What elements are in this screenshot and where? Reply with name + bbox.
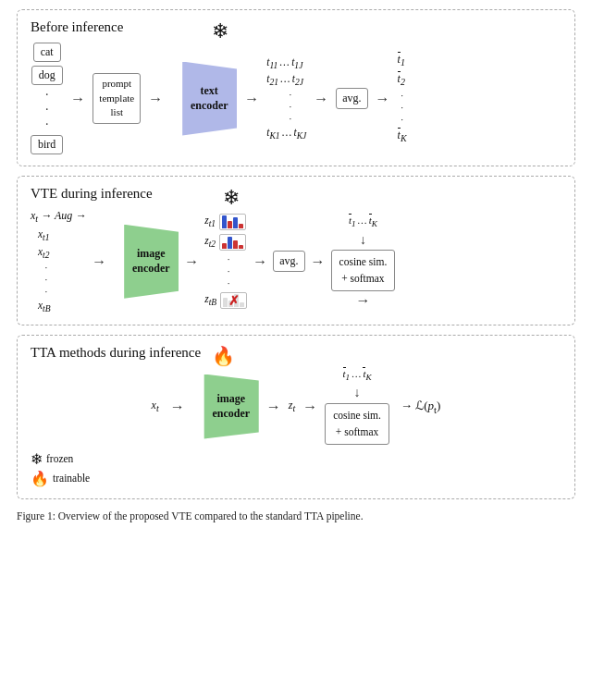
xt2-label: xt2 [38, 246, 51, 260]
bar1d [239, 224, 243, 228]
tbar-context-s3: t1 … tK [343, 368, 372, 382]
frozen-icon-s2: ❄ [223, 186, 240, 210]
dots3: ··· [398, 91, 407, 125]
token-row-2: t21 … t2J [266, 73, 306, 87]
bar2c [233, 240, 238, 249]
frozen-icon-s1: ❄ [212, 19, 228, 43]
legend-fire-icon: 🔥 [31, 470, 49, 487]
class-labels: cat dog ··· bird [31, 43, 63, 154]
prompt-line1: prompt [99, 77, 134, 91]
section1-box: Before inference ❄ cat dog ··· bird → pr… [17, 9, 575, 166]
cosine-box-vte: cosine sim.+ softmax [331, 250, 396, 291]
z-item-b: ztB ✗ [204, 292, 247, 309]
dots5: ··· [210, 254, 247, 289]
result-t1: t1 [398, 53, 407, 68]
bar1b [228, 221, 232, 228]
arrow5: → [376, 92, 390, 106]
aug-col: xt → Aug → xt1 xt2 ··· xtB [31, 209, 86, 313]
z-item-1: zt1 [204, 214, 247, 230]
bar2d [239, 245, 243, 249]
text-encoder: textencoder [170, 62, 237, 136]
cosine-box-tta: cosine sim.+ softmax [325, 403, 389, 445]
cosine-col-vte: t1 … tK ↓ cosine sim.+ softmax → [331, 215, 396, 307]
xt-aug-label: xt → Aug → [31, 209, 86, 224]
bar1a [222, 215, 227, 228]
figure-caption: Figure 1: Overview of the proposed VTE c… [17, 509, 575, 523]
section2-box: VTE during inference ❄ xt → Aug → xt1 xt… [17, 176, 575, 325]
xt-label-s3: xt [152, 399, 159, 413]
image-encoder-vte-label: imageencoder [132, 247, 170, 276]
tokens-col: t11 … t1J t21 … t2J ··· tK1 … tKJ [266, 56, 306, 141]
result-tk: tK [398, 129, 407, 143]
ztB-label: ztB [204, 293, 216, 307]
arrow6: → [92, 254, 106, 269]
legend-trainable: 🔥 trainable [31, 470, 561, 487]
fire-icon-s3: 🔥 [212, 345, 235, 367]
z-item-2: zt2 [204, 234, 247, 251]
sec1-diagram: cat dog ··· bird → prompt template list … [31, 43, 561, 154]
bar2a [222, 243, 227, 249]
x-mark: ✗ [221, 293, 246, 308]
legend-frozen-label: frozen [46, 453, 73, 464]
xt1-label: xt1 [38, 228, 51, 242]
prompt-line3: list [99, 105, 134, 119]
image-encoder-tta-label: imageencoder [212, 392, 250, 421]
bar-chart-1 [219, 214, 246, 230]
arrow1: → [70, 92, 85, 106]
result-col-s1: t1 t2 ··· tK [398, 53, 407, 143]
bar-chart-x: ✗ [220, 292, 247, 309]
bar-chart-2 [219, 234, 246, 251]
cat-label: cat [33, 43, 61, 62]
cosine-col-tta: t1 … tK ↓ cosine sim.+ softmax [325, 368, 389, 444]
arrow4: → [314, 92, 328, 106]
arrow10: → [355, 293, 370, 308]
tbar-context-s2: t1 … tK [349, 215, 377, 228]
bird-label: bird [31, 135, 63, 154]
arrow7: → [184, 254, 199, 269]
dots1: ··· [45, 89, 49, 131]
arrow2: → [148, 92, 163, 106]
loss-label-s3: → ℒ(pt) [401, 399, 440, 415]
dots2: ··· [274, 90, 306, 124]
zt-label-s3: zt [289, 399, 295, 413]
sec3-diagram: xt → imageencoder → zt → t1 … tK ↓ cosin… [31, 368, 561, 444]
arrow8: → [253, 254, 267, 269]
section3-box: TTA methods during inference 🔥 xt → imag… [17, 335, 575, 498]
down-arrow-s2: ↓ [360, 233, 366, 249]
image-encoder-vte: imageencoder [112, 225, 179, 299]
prompt-line2: template [99, 92, 134, 105]
result-t2: t2 [398, 72, 407, 87]
arrow13: → [302, 399, 317, 414]
legend-trainable-label: trainable [53, 473, 90, 484]
down-arrow-s3: ↓ [354, 386, 361, 401]
prompt-template-box: prompt template list [92, 73, 141, 123]
zt1-label: zt1 [204, 215, 216, 228]
avg-box-s1: avg. [336, 88, 367, 109]
section1-title: Before inference [31, 19, 561, 35]
token-row-k: tK1 … tKJ [266, 127, 306, 141]
z-col: zt1 zt2 ··· [204, 214, 247, 309]
section2-title: VTE during inference [31, 186, 561, 202]
avg-box-s2: avg. [273, 251, 304, 272]
image-encoder-tta: imageencoder [192, 375, 259, 439]
arrow12: → [266, 399, 281, 414]
bar1c [233, 217, 238, 228]
bar2b [228, 237, 232, 249]
arrow11: → [170, 399, 185, 414]
section3-title: TTA methods during inference [31, 345, 561, 361]
legend-frozen: ❄ frozen [31, 450, 561, 468]
sec2-diagram: xt → Aug → xt1 xt2 ··· xtB → imageencode… [31, 209, 561, 313]
xtB-label: xtB [38, 300, 51, 313]
text-encoder-label: textencoder [191, 84, 228, 113]
dog-label: dog [31, 66, 63, 85]
legend-frozen-icon: ❄ [31, 450, 43, 468]
token-row-1: t11 … t1J [266, 56, 306, 70]
arrow3: → [244, 92, 259, 106]
legend: ❄ frozen 🔥 trainable [31, 450, 561, 487]
arrow9: → [311, 254, 326, 269]
zt2-label: zt2 [204, 235, 216, 249]
dots4: ··· [42, 263, 51, 297]
